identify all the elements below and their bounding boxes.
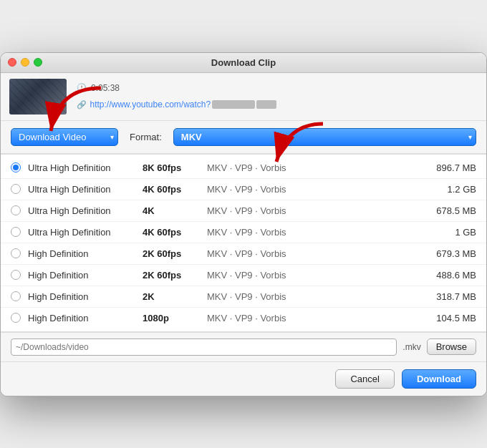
option-resolution-1: 4K 60fps: [143, 184, 207, 195]
option-quality-7: High Definition: [28, 313, 143, 323]
option-codec-6: MKV · VP9 · Vorbis: [207, 291, 419, 302]
download-type-wrapper: Download Video ▾: [11, 128, 118, 146]
video-thumbnail: [9, 79, 67, 115]
titlebar: Download Clip: [1, 53, 486, 73]
option-resolution-0: 8K 60fps: [143, 162, 207, 173]
option-size-7: 104.5 MB: [419, 313, 476, 323]
list-item[interactable]: High Definition 2K MKV · VP9 · Vorbis 31…: [1, 286, 486, 308]
option-quality-2: Ultra High Definition: [28, 205, 143, 216]
browse-button[interactable]: Browse: [427, 339, 476, 355]
video-url[interactable]: http://www.youtube.com/watch?: [90, 99, 276, 109]
option-quality-4: High Definition: [28, 248, 143, 259]
download-clip-window: Download Clip 🕐 0:05:38 🔗 http://www.you…: [0, 52, 487, 396]
list-item[interactable]: Ultra High Definition 8K 60fps MKV · VP9…: [1, 157, 486, 179]
url-blurred-1: [212, 100, 255, 109]
url-blurred-2: [256, 100, 276, 109]
list-item[interactable]: Ultra High Definition 4K MKV · VP9 · Vor…: [1, 200, 486, 222]
action-bar: Cancel Download: [1, 361, 486, 396]
list-item[interactable]: High Definition 1080p MKV · VP9 · Vorbis…: [1, 308, 486, 328]
option-size-5: 488.6 MB: [419, 270, 476, 281]
option-resolution-2: 4K: [143, 205, 207, 216]
radio-button-3[interactable]: [11, 227, 21, 237]
close-button[interactable]: [8, 58, 16, 67]
option-quality-0: Ultra High Definition: [28, 162, 143, 173]
option-size-0: 896.7 MB: [419, 162, 476, 173]
controls-bar: Download Video ▾ Format: MKV ▾: [1, 121, 486, 154]
clock-icon: 🕐: [77, 83, 87, 92]
resolution-options-list: Ultra High Definition 8K 60fps MKV · VP9…: [1, 154, 486, 332]
radio-button-2[interactable]: [11, 205, 21, 215]
option-size-4: 679.3 MB: [419, 248, 476, 259]
video-duration: 0:05:38: [91, 83, 120, 93]
info-bar: 🕐 0:05:38 🔗 http://www.youtube.com/watch…: [1, 73, 486, 121]
filepath-input[interactable]: [11, 339, 397, 356]
option-quality-1: Ultra High Definition: [28, 184, 143, 195]
list-item[interactable]: High Definition 2K 60fps MKV · VP9 · Vor…: [1, 265, 486, 286]
option-resolution-5: 2K 60fps: [143, 270, 207, 281]
radio-button-1[interactable]: [11, 184, 21, 194]
download-type-select[interactable]: Download Video: [11, 128, 118, 146]
video-meta: 🕐 0:05:38 🔗 http://www.youtube.com/watch…: [77, 83, 276, 110]
option-quality-3: Ultra High Definition: [28, 227, 143, 238]
cancel-button[interactable]: Cancel: [335, 369, 394, 389]
format-select-wrapper: MKV ▾: [173, 128, 476, 146]
option-size-2: 678.5 MB: [419, 205, 476, 216]
window-title: Download Clip: [211, 57, 276, 68]
format-select[interactable]: MKV: [173, 128, 476, 146]
option-size-3: 1 GB: [419, 227, 476, 238]
url-row: 🔗 http://www.youtube.com/watch?: [77, 97, 276, 110]
option-codec-4: MKV · VP9 · Vorbis: [207, 248, 419, 259]
filepath-extension: .mkv: [402, 342, 420, 352]
radio-button-7[interactable]: [11, 313, 21, 323]
download-button[interactable]: Download: [402, 369, 476, 389]
option-resolution-4: 2K 60fps: [143, 248, 207, 259]
radio-button-5[interactable]: [11, 270, 21, 280]
option-codec-2: MKV · VP9 · Vorbis: [207, 205, 419, 216]
minimize-button[interactable]: [21, 58, 29, 67]
zoom-button[interactable]: [34, 58, 42, 67]
link-icon: 🔗: [77, 100, 87, 109]
option-resolution-3: 4K 60fps: [143, 227, 207, 238]
filepath-bar: .mkv Browse: [1, 332, 486, 361]
option-quality-5: High Definition: [28, 270, 143, 281]
option-codec-5: MKV · VP9 · Vorbis: [207, 270, 419, 281]
list-item[interactable]: High Definition 2K 60fps MKV · VP9 · Vor…: [1, 243, 486, 265]
duration-row: 🕐 0:05:38: [77, 83, 276, 93]
radio-button-0[interactable]: [11, 162, 21, 172]
radio-button-6[interactable]: [11, 291, 21, 301]
option-size-6: 318.7 MB: [419, 291, 476, 302]
option-resolution-7: 1080p: [143, 313, 207, 323]
option-quality-6: High Definition: [28, 291, 143, 302]
option-codec-3: MKV · VP9 · Vorbis: [207, 227, 419, 238]
url-text: http://www.youtube.com/watch?: [90, 99, 211, 109]
option-codec-1: MKV · VP9 · Vorbis: [207, 184, 419, 195]
format-label: Format:: [130, 132, 162, 142]
option-resolution-6: 2K: [143, 291, 207, 302]
option-codec-7: MKV · VP9 · Vorbis: [207, 313, 419, 323]
option-size-1: 1.2 GB: [419, 184, 476, 195]
traffic-lights: [8, 58, 42, 67]
option-codec-0: MKV · VP9 · Vorbis: [207, 162, 419, 173]
list-item[interactable]: Ultra High Definition 4K 60fps MKV · VP9…: [1, 179, 486, 200]
list-item[interactable]: Ultra High Definition 4K 60fps MKV · VP9…: [1, 222, 486, 243]
radio-button-4[interactable]: [11, 248, 21, 258]
